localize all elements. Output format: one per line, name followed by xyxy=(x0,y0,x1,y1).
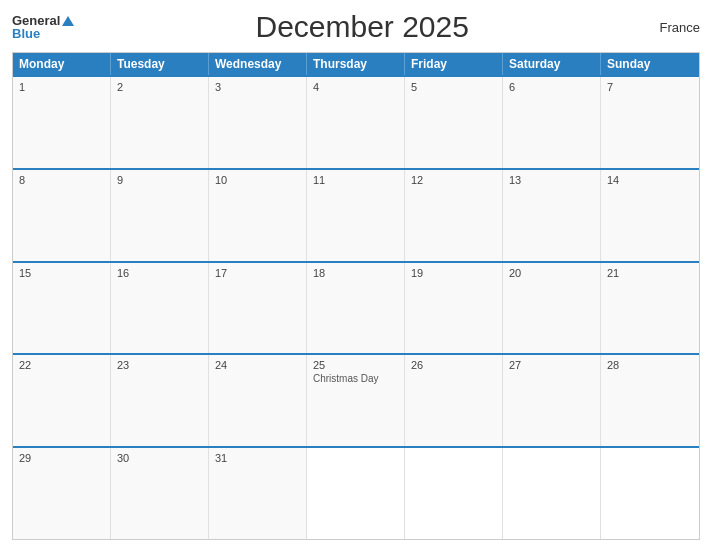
logo-triangle-icon xyxy=(62,16,74,26)
day-29: 29 xyxy=(13,448,111,539)
day-16: 16 xyxy=(111,263,209,354)
day-30: 30 xyxy=(111,448,209,539)
day-24: 24 xyxy=(209,355,307,446)
day-23: 23 xyxy=(111,355,209,446)
day-13: 13 xyxy=(503,170,601,261)
header-tuesday: Tuesday xyxy=(111,53,209,75)
day-10: 10 xyxy=(209,170,307,261)
day-26: 26 xyxy=(405,355,503,446)
week-5: 29 30 31 xyxy=(13,446,699,539)
day-22: 22 xyxy=(13,355,111,446)
day-17: 17 xyxy=(209,263,307,354)
day-5: 5 xyxy=(405,77,503,168)
header-saturday: Saturday xyxy=(503,53,601,75)
header-wednesday: Wednesday xyxy=(209,53,307,75)
page-header: General Blue December 2025 France xyxy=(12,10,700,44)
calendar-page: General Blue December 2025 France Monday… xyxy=(0,0,712,550)
page-title: December 2025 xyxy=(74,10,650,44)
week-1: 1 2 3 4 5 6 7 xyxy=(13,75,699,168)
day-18: 18 xyxy=(307,263,405,354)
day-8: 8 xyxy=(13,170,111,261)
day-20: 20 xyxy=(503,263,601,354)
day-15: 15 xyxy=(13,263,111,354)
logo: General Blue xyxy=(12,14,74,40)
week-3: 15 16 17 18 19 20 21 xyxy=(13,261,699,354)
day-21: 21 xyxy=(601,263,699,354)
day-9: 9 xyxy=(111,170,209,261)
day-3: 3 xyxy=(209,77,307,168)
calendar-header: Monday Tuesday Wednesday Thursday Friday… xyxy=(13,53,699,75)
day-empty-3 xyxy=(503,448,601,539)
day-1: 1 xyxy=(13,77,111,168)
logo-blue-text: Blue xyxy=(12,27,40,40)
header-friday: Friday xyxy=(405,53,503,75)
day-empty-2 xyxy=(405,448,503,539)
day-31: 31 xyxy=(209,448,307,539)
day-28: 28 xyxy=(601,355,699,446)
calendar-grid: Monday Tuesday Wednesday Thursday Friday… xyxy=(12,52,700,540)
day-14: 14 xyxy=(601,170,699,261)
day-empty-4 xyxy=(601,448,699,539)
day-4: 4 xyxy=(307,77,405,168)
header-thursday: Thursday xyxy=(307,53,405,75)
day-11: 11 xyxy=(307,170,405,261)
day-2: 2 xyxy=(111,77,209,168)
day-25: 25 Christmas Day xyxy=(307,355,405,446)
header-sunday: Sunday xyxy=(601,53,699,75)
day-27: 27 xyxy=(503,355,601,446)
week-4: 22 23 24 25 Christmas Day 26 27 28 xyxy=(13,353,699,446)
day-6: 6 xyxy=(503,77,601,168)
calendar-body: 1 2 3 4 5 6 7 8 9 10 11 12 13 14 15 xyxy=(13,75,699,539)
country-label: France xyxy=(650,20,700,35)
header-monday: Monday xyxy=(13,53,111,75)
day-19: 19 xyxy=(405,263,503,354)
week-2: 8 9 10 11 12 13 14 xyxy=(13,168,699,261)
day-empty-1 xyxy=(307,448,405,539)
day-12: 12 xyxy=(405,170,503,261)
day-7: 7 xyxy=(601,77,699,168)
